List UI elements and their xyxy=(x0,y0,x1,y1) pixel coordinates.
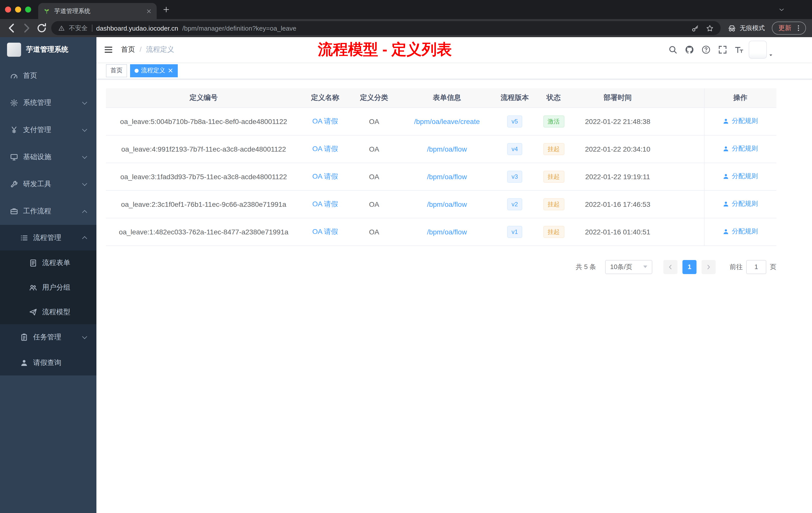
user-icon xyxy=(723,146,729,152)
new-tab-button[interactable] xyxy=(163,6,170,13)
chevron-icon xyxy=(82,236,87,241)
sidebar-menu-item[interactable]: 流程表单 xyxy=(0,250,96,275)
route-tag[interactable]: 首页 xyxy=(106,64,127,77)
sidebar-menu-item[interactable]: 流程模型 xyxy=(0,300,96,324)
caret-down-icon xyxy=(643,266,647,268)
current-page[interactable]: 1 xyxy=(683,260,696,274)
menu-item-label: 流程管理 xyxy=(33,233,78,242)
header-actions xyxy=(668,41,812,59)
col-definition-name: 定义名称 xyxy=(301,88,349,108)
star-icon[interactable] xyxy=(706,24,714,32)
list-icon xyxy=(20,234,28,242)
sidebar-menu-item[interactable]: 支付管理 xyxy=(0,117,96,144)
close-icon[interactable] xyxy=(146,8,152,14)
definition-category: OA xyxy=(349,163,399,190)
sidebar-menu-item[interactable]: 请假查询 xyxy=(0,350,96,375)
status-tag: 激活 xyxy=(543,115,564,127)
paper-plane-icon xyxy=(29,308,37,316)
incognito-label: 无痕模式 xyxy=(740,24,765,32)
form-link[interactable]: /bpm/oa/flow xyxy=(427,228,467,236)
address-bar[interactable]: 不安全 dashboard.yudao.iocoder.cn /bpm/mana… xyxy=(51,21,721,35)
page-title: 流程模型 - 定义列表 xyxy=(318,39,452,60)
col-actions: 操作 xyxy=(704,88,776,108)
form-link[interactable]: /bpm/oa/flow xyxy=(427,173,467,180)
question-icon[interactable] xyxy=(701,45,710,54)
person-icon xyxy=(20,359,28,367)
window-controls xyxy=(0,6,38,12)
back-icon[interactable] xyxy=(6,23,17,34)
zoom-window-button[interactable] xyxy=(25,6,31,12)
definition-name-link[interactable]: OA 请假 xyxy=(312,117,338,125)
close-window-button[interactable] xyxy=(5,6,11,12)
caret-down-icon xyxy=(768,53,773,58)
breadcrumb-item[interactable]: 首页 xyxy=(121,45,146,54)
next-page-button[interactable] xyxy=(701,260,716,274)
key-icon[interactable] xyxy=(692,24,699,32)
page-size-select[interactable]: 10条/页 xyxy=(605,260,652,274)
sidebar-menu-item[interactable]: 工作流程 xyxy=(0,198,96,225)
goto-label: 前往 xyxy=(730,262,743,271)
deploy-time: 2022-01-22 20:34:10 xyxy=(573,135,663,163)
url-path: /bpm/manager/definition?key=oa_leave xyxy=(182,24,688,32)
browser-menu-button[interactable]: 更新 xyxy=(772,22,806,35)
sidebar-menu: 首页 系统管理 支付管理 xyxy=(0,62,96,375)
breadcrumb-item[interactable]: 流程定义 xyxy=(146,45,174,54)
sidebar-menu-item[interactable]: 流程管理 xyxy=(0,225,96,250)
sidebar-menu-item[interactable]: 基础设施 xyxy=(0,144,96,171)
sidebar-menu-item[interactable]: 系统管理 xyxy=(0,89,96,117)
page-goto-input[interactable] xyxy=(746,260,766,274)
assign-rule-link[interactable]: 分配规则 xyxy=(723,172,758,181)
chevron-down-icon[interactable] xyxy=(778,6,785,13)
version-tag: v5 xyxy=(507,115,522,127)
definition-name-link[interactable]: OA 请假 xyxy=(312,200,338,208)
tags-view: 首页 流程定义 xyxy=(96,62,812,79)
sidebar-menu-item[interactable]: 任务管理 xyxy=(0,324,96,350)
route-tag[interactable]: 流程定义 xyxy=(130,64,178,77)
table-row: oa_leave:1:482ec033-762a-11ec-8477-a2380… xyxy=(106,218,776,245)
hamburger-icon[interactable] xyxy=(104,45,113,54)
definition-id: oa_leave:3:1fad3d93-7b75-11ec-a3c8-acde4… xyxy=(106,163,301,190)
prev-page-button[interactable] xyxy=(663,260,677,274)
user-menu[interactable] xyxy=(749,41,773,59)
minimize-window-button[interactable] xyxy=(15,6,21,12)
update-label: 更新 xyxy=(778,24,791,33)
refresh-icon[interactable] xyxy=(36,23,47,34)
browser-tab[interactable]: 芋道管理系统 xyxy=(38,3,157,19)
goto-unit: 页 xyxy=(770,262,776,271)
user-icon xyxy=(723,201,729,207)
assign-rule-link[interactable]: 分配规则 xyxy=(723,144,758,153)
active-dot xyxy=(135,68,139,72)
form-link[interactable]: /bpm/oa/flow xyxy=(427,145,467,153)
sidebar-menu-item[interactable]: 研发工具 xyxy=(0,171,96,198)
definition-name-link[interactable]: OA 请假 xyxy=(312,172,338,180)
page-size-value: 10条/页 xyxy=(610,262,632,271)
fullscreen-icon[interactable] xyxy=(718,45,727,54)
version-tag: v1 xyxy=(507,225,522,238)
app-logo[interactable]: 芋道管理系统 xyxy=(0,37,96,62)
assign-rule-link[interactable]: 分配规则 xyxy=(723,227,758,236)
sidebar-menu-item[interactable]: 首页 xyxy=(0,62,96,89)
form-link[interactable]: /bpm/oa/leave/create xyxy=(414,117,480,125)
browser-window: 芋道管理系统 不安全 dashboard.yudao.iocoder.cn /b… xyxy=(0,0,812,513)
close-icon[interactable] xyxy=(168,68,173,73)
github-icon[interactable] xyxy=(685,45,694,54)
assign-rule-link[interactable]: 分配规则 xyxy=(723,200,758,209)
assign-rule-link[interactable]: 分配规则 xyxy=(723,117,758,126)
tab-title: 芋道管理系统 xyxy=(54,7,142,15)
col-definition-id: 定义编号 xyxy=(106,88,301,108)
logo-avatar xyxy=(7,43,21,57)
forward-icon[interactable] xyxy=(21,23,32,34)
font-size-icon[interactable] xyxy=(735,45,744,54)
definition-name-link[interactable]: OA 请假 xyxy=(312,144,338,152)
form-link[interactable]: /bpm/oa/flow xyxy=(427,200,467,208)
definition-name-link[interactable]: OA 请假 xyxy=(312,227,338,235)
table-row: oa_leave:4:991f2193-7b7f-11ec-a3c8-acde4… xyxy=(106,135,776,163)
search-icon[interactable] xyxy=(668,45,677,54)
menu-item-label: 用户分组 xyxy=(42,283,96,292)
sidebar-menu-item[interactable]: 用户分组 xyxy=(0,275,96,300)
version-tag: v4 xyxy=(507,143,522,155)
definition-id: oa_leave:1:482ec033-762a-11ec-8477-a2380… xyxy=(106,218,301,245)
avatar[interactable] xyxy=(749,41,767,59)
col-form-info: 表单信息 xyxy=(399,88,495,108)
tool-icon xyxy=(10,180,18,188)
